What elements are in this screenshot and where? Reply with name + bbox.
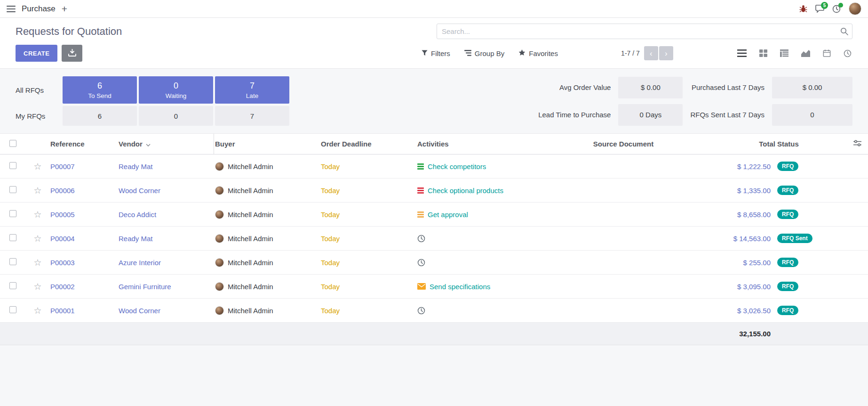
favorite-star-icon[interactable]: ☆	[33, 234, 41, 244]
buyer-cell[interactable]: Mitchell Admin	[214, 306, 320, 315]
export-button[interactable]	[62, 45, 82, 62]
search-bar[interactable]	[437, 24, 852, 39]
buyer-name: Mitchell Admin	[228, 235, 273, 243]
column-header-deadline[interactable]: Order Deadline	[320, 140, 416, 148]
activity-cell[interactable]	[416, 259, 572, 267]
activity-label[interactable]: Send specifications	[430, 283, 490, 291]
user-avatar[interactable]	[849, 2, 861, 15]
vendor-link[interactable]: Ready Mat	[118, 162, 214, 171]
column-header-status[interactable]: Status	[776, 140, 847, 148]
table-row[interactable]: ☆ P00005 Deco Addict Mitchell Admin Toda…	[0, 203, 868, 227]
favorite-star-icon[interactable]: ☆	[33, 258, 41, 268]
row-checkbox[interactable]	[9, 162, 16, 169]
row-checkbox[interactable]	[9, 306, 16, 313]
column-header-total[interactable]: Total	[675, 140, 776, 148]
order-deadline: Today	[320, 307, 416, 315]
reference-link[interactable]: P00006	[49, 187, 118, 195]
activity-label[interactable]: Check optional products	[428, 187, 503, 195]
reference-link[interactable]: P00005	[49, 211, 118, 219]
activity-cell[interactable]: Get approval	[416, 211, 572, 219]
table-row[interactable]: ☆ P00003 Azure Interior Mitchell Admin T…	[0, 251, 868, 275]
my-to-send-count[interactable]: 6	[63, 106, 137, 126]
view-activity-button[interactable]	[843, 49, 852, 58]
vendor-link[interactable]: Deco Addict	[118, 211, 214, 219]
favorites-label: Favorites	[529, 49, 558, 57]
activity-label[interactable]: Get approval	[428, 211, 468, 219]
view-list-button[interactable]	[736, 49, 748, 58]
search-input[interactable]	[437, 24, 852, 39]
buyer-cell[interactable]: Mitchell Admin	[214, 234, 320, 243]
buyer-cell[interactable]: Mitchell Admin	[214, 258, 320, 267]
buyer-cell[interactable]: Mitchell Admin	[214, 162, 320, 171]
activity-cell[interactable]	[416, 235, 572, 243]
favorite-star-icon[interactable]: ☆	[33, 306, 41, 316]
pager-previous-button[interactable]: ‹	[644, 46, 658, 60]
activities-button[interactable]	[832, 5, 841, 13]
reference-link[interactable]: P00007	[49, 162, 118, 171]
column-header-activities[interactable]: Activities	[416, 140, 572, 148]
tile-late[interactable]: 7 Late	[215, 76, 289, 104]
my-late-count[interactable]: 7	[215, 106, 289, 126]
column-header-reference[interactable]: Reference	[49, 140, 118, 148]
messages-button[interactable]: 5	[815, 5, 824, 13]
table-row[interactable]: ☆ P00004 Ready Mat Mitchell Admin Today …	[0, 227, 868, 251]
reference-link[interactable]: P00002	[49, 283, 118, 291]
pager-next-button[interactable]: ›	[659, 46, 673, 60]
row-checkbox[interactable]	[9, 186, 16, 193]
filters-button[interactable]: Filters	[422, 49, 450, 57]
activity-cell[interactable]: Send specifications	[416, 283, 572, 291]
activity-cell[interactable]: Check competitors	[416, 162, 572, 171]
table-row[interactable]: ☆ P00002 Gemini Furniture Mitchell Admin…	[0, 275, 868, 299]
view-kanban-button[interactable]	[758, 49, 768, 58]
favorite-star-icon[interactable]: ☆	[33, 210, 41, 219]
debug-bug-icon[interactable]	[799, 5, 807, 13]
favorite-star-icon[interactable]: ☆	[33, 282, 41, 292]
my-waiting-count[interactable]: 0	[139, 106, 213, 126]
column-header-source[interactable]: Source Document	[572, 140, 675, 148]
activity-label[interactable]: Check competitors	[428, 162, 486, 171]
view-calendar-button[interactable]	[822, 49, 832, 58]
tile-to-send[interactable]: 6 To Send	[63, 76, 137, 104]
activity-cell[interactable]: Check optional products	[416, 187, 572, 195]
reference-link[interactable]: P00004	[49, 235, 118, 243]
table-row[interactable]: ☆ P00007 Ready Mat Mitchell Admin Today …	[0, 154, 868, 179]
column-header-buyer[interactable]: Buyer	[214, 140, 320, 148]
activity-cell[interactable]	[416, 307, 572, 315]
add-tab-icon[interactable]: +	[62, 4, 67, 14]
view-graph-button[interactable]	[800, 49, 811, 58]
to-send-count: 6	[97, 81, 102, 91]
vendor-link[interactable]: Azure Interior	[118, 259, 214, 267]
all-rfqs-label: All RFQs	[16, 86, 61, 94]
table-row[interactable]: ☆ P00006 Wood Corner Mitchell Admin Toda…	[0, 179, 868, 203]
favorites-button[interactable]: Favorites	[518, 49, 558, 57]
buyer-cell[interactable]: Mitchell Admin	[214, 210, 320, 219]
row-checkbox[interactable]	[9, 258, 16, 265]
favorite-star-icon[interactable]: ☆	[33, 186, 41, 195]
column-header-vendor[interactable]: Vendor	[118, 134, 214, 154]
total-amount: $ 14,563.00	[675, 235, 776, 243]
vendor-link[interactable]: Gemini Furniture	[118, 283, 214, 291]
vendor-link[interactable]: Wood Corner	[118, 307, 214, 315]
view-pivot-button[interactable]	[779, 49, 789, 58]
buyer-avatar	[215, 258, 224, 267]
favorite-star-icon[interactable]: ☆	[33, 162, 41, 171]
row-checkbox[interactable]	[9, 282, 16, 289]
select-all-checkbox[interactable]	[9, 140, 16, 147]
create-button[interactable]: CREATE	[16, 45, 57, 62]
app-name[interactable]: Purchase	[22, 4, 56, 14]
reference-link[interactable]: P00001	[49, 307, 118, 315]
download-icon	[68, 49, 76, 58]
apps-menu-icon[interactable]	[7, 6, 16, 12]
buyer-cell[interactable]: Mitchell Admin	[214, 186, 320, 195]
table-row[interactable]: ☆ P00001 Wood Corner Mitchell Admin Toda…	[0, 299, 868, 323]
vendor-link[interactable]: Wood Corner	[118, 187, 214, 195]
group-by-button[interactable]: Group By	[464, 49, 504, 57]
reference-link[interactable]: P00003	[49, 259, 118, 267]
tile-waiting[interactable]: 0 Waiting	[139, 76, 213, 104]
buyer-cell[interactable]: Mitchell Admin	[214, 282, 320, 291]
row-checkbox[interactable]	[9, 210, 16, 217]
vendor-link[interactable]: Ready Mat	[118, 235, 214, 243]
search-icon[interactable]	[840, 27, 848, 37]
row-checkbox[interactable]	[9, 234, 16, 241]
optional-columns-button[interactable]	[852, 140, 862, 148]
